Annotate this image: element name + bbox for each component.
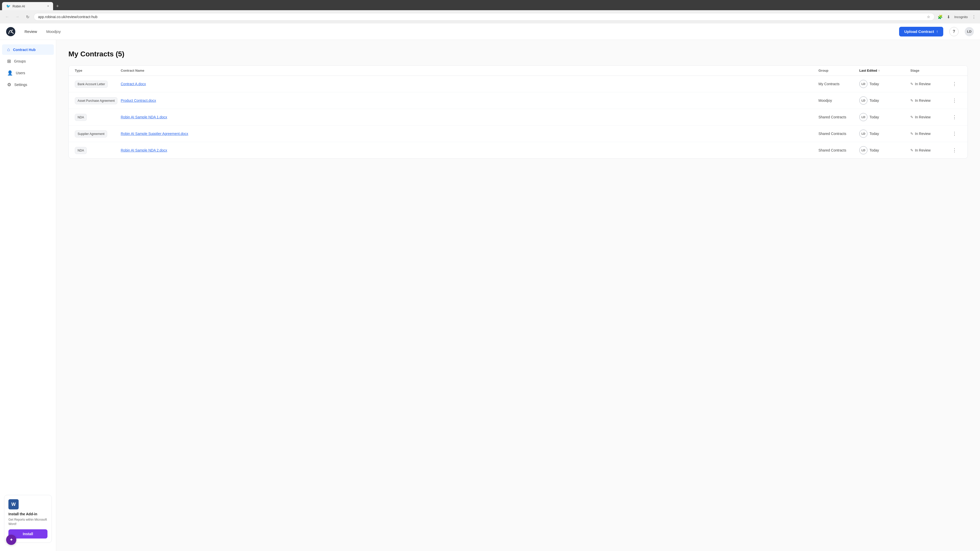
new-tab-button[interactable]: + bbox=[54, 2, 61, 10]
group-cell: Shared Contracts bbox=[818, 115, 859, 119]
upload-contract-button[interactable]: Upload Contract ↑ bbox=[899, 27, 943, 37]
last-edited-text: Today bbox=[870, 82, 879, 86]
svg-point-1 bbox=[12, 30, 13, 30]
forward-button[interactable]: → bbox=[13, 13, 21, 21]
svg-point-0 bbox=[6, 27, 15, 36]
address-bar[interactable]: app.robinai.co.uk/review/contract-hub ☆ bbox=[34, 13, 935, 21]
last-edited-text: Today bbox=[870, 148, 879, 152]
user-avatar: LD bbox=[859, 113, 867, 121]
contract-name-cell: Robin AI Sample NDA 1.docx bbox=[121, 115, 818, 119]
type-badge: Asset Purchase Agreement bbox=[75, 97, 118, 104]
upload-icon: ↑ bbox=[936, 29, 938, 34]
edit-icon: ✎ bbox=[910, 148, 913, 152]
column-last-edited[interactable]: Last Edited ↑ bbox=[859, 68, 910, 73]
table-row: NDA Robin AI Sample NDA 2.docx Shared Co… bbox=[68, 142, 967, 159]
grid-icon: ⊞ bbox=[7, 59, 11, 64]
user-icon: 👤 bbox=[7, 70, 13, 76]
sidebar-item-settings[interactable]: ⚙ Settings bbox=[2, 79, 54, 90]
table-row: NDA Robin AI Sample NDA 1.docx Shared Co… bbox=[68, 109, 967, 125]
sidebar-item-contract-hub[interactable]: ⌂ Contract Hub bbox=[2, 44, 54, 55]
active-tab[interactable]: 🐦 Robin AI × bbox=[2, 2, 53, 10]
browser-actions: 🧩 ⬇ Incognito ⋮ bbox=[937, 14, 977, 21]
actions-cell: ⋮ bbox=[951, 146, 961, 154]
type-cell: NDA bbox=[75, 115, 121, 120]
workspace-name: Moodjoy bbox=[46, 29, 61, 34]
edit-icon: ✎ bbox=[910, 115, 913, 119]
actions-cell: ⋮ bbox=[951, 80, 961, 88]
table-row: Asset Purchase Agreement Product Contrac… bbox=[68, 92, 967, 109]
tab-close-button[interactable]: × bbox=[47, 4, 49, 8]
group-name: Shared Contracts bbox=[818, 132, 846, 136]
help-button[interactable]: ? bbox=[950, 27, 959, 36]
more-actions-button[interactable]: ⋮ bbox=[951, 130, 958, 138]
type-badge: Bank Account Letter bbox=[75, 81, 108, 88]
contract-link[interactable]: Contract A.docx bbox=[121, 82, 146, 86]
star-icon[interactable]: ☆ bbox=[927, 15, 930, 19]
more-actions-button[interactable]: ⋮ bbox=[951, 113, 958, 121]
stage-cell: ✎ In Review bbox=[910, 115, 951, 119]
group-cell: Moodjoy bbox=[818, 98, 859, 103]
contract-link[interactable]: Robin AI Sample Supplier Agreement.docx bbox=[121, 132, 188, 136]
page-title: My Contracts (5) bbox=[68, 50, 968, 58]
user-avatar: LD bbox=[859, 97, 867, 105]
edit-icon: ✎ bbox=[910, 132, 913, 136]
sidebar-item-groups[interactable]: ⊞ Groups bbox=[2, 56, 54, 67]
sidebar: ⌂ Contract Hub ⊞ Groups 👤 Users ⚙ Settin… bbox=[0, 40, 56, 551]
edit-icon: ✎ bbox=[910, 82, 913, 86]
contract-link[interactable]: Product Contract.docx bbox=[121, 98, 156, 103]
sidebar-item-settings-label: Settings bbox=[14, 83, 27, 87]
more-actions-button[interactable]: ⋮ bbox=[951, 146, 958, 154]
user-avatar: LD bbox=[859, 130, 867, 138]
type-cell: NDA bbox=[75, 148, 121, 153]
settings-icon: ⚙ bbox=[7, 82, 11, 87]
column-contract-name: Contract Name bbox=[121, 68, 818, 73]
browser-tabs: 🐦 Robin AI × + bbox=[0, 0, 980, 10]
refresh-button[interactable]: ↻ bbox=[24, 13, 32, 21]
main-layout: ⌂ Contract Hub ⊞ Groups 👤 Users ⚙ Settin… bbox=[0, 40, 980, 551]
column-group: Group bbox=[818, 68, 859, 73]
type-cell: Supplier Agreement bbox=[75, 131, 121, 136]
content-area: My Contracts (5) Type Contract Name Grou… bbox=[56, 40, 980, 551]
more-options-icon[interactable]: ⋮ bbox=[971, 14, 977, 21]
address-text: app.robinai.co.uk/review/contract-hub bbox=[38, 15, 925, 19]
actions-cell: ⋮ bbox=[951, 113, 961, 121]
edit-icon: ✎ bbox=[910, 98, 913, 103]
sidebar-item-users[interactable]: 👤 Users bbox=[2, 68, 54, 78]
group-name: Shared Contracts bbox=[818, 115, 846, 119]
stage-cell: ✎ In Review bbox=[910, 82, 951, 86]
sort-icon: ↑ bbox=[878, 69, 880, 73]
more-actions-button[interactable]: ⋮ bbox=[951, 97, 958, 104]
home-icon: ⌂ bbox=[7, 47, 10, 52]
review-nav-button[interactable]: Review bbox=[21, 28, 40, 35]
tab-icon: 🐦 bbox=[6, 4, 11, 8]
contract-name-cell: Contract A.docx bbox=[121, 82, 818, 86]
addon-description: Get Reports within Microsoft Word! bbox=[8, 518, 48, 526]
more-actions-button[interactable]: ⋮ bbox=[951, 80, 958, 88]
group-name: Moodjoy bbox=[818, 98, 832, 103]
last-edited-cell: LD Today bbox=[859, 80, 910, 88]
last-edited-text: Today bbox=[870, 98, 879, 103]
browser-nav: ← → ↻ app.robinai.co.uk/review/contract-… bbox=[0, 10, 980, 24]
last-edited-text: Today bbox=[870, 115, 879, 119]
sidebar-item-groups-label: Groups bbox=[14, 59, 26, 63]
stage-label: In Review bbox=[915, 115, 931, 119]
contract-name-cell: Robin AI Sample NDA 2.docx bbox=[121, 148, 818, 152]
back-button[interactable]: ← bbox=[3, 13, 11, 21]
stage-label: In Review bbox=[915, 148, 931, 152]
type-badge: Supplier Agreement bbox=[75, 130, 107, 138]
addon-title: Install the Add-in bbox=[8, 512, 48, 516]
contract-name-cell: Robin AI Sample Supplier Agreement.docx bbox=[121, 131, 818, 136]
sidebar-item-users-label: Users bbox=[16, 71, 25, 75]
sidebar-item-contract-hub-label: Contract Hub bbox=[13, 48, 36, 52]
app-logo bbox=[6, 27, 15, 36]
extensions-icon[interactable]: 🧩 bbox=[937, 14, 944, 21]
contract-link[interactable]: Robin AI Sample NDA 1.docx bbox=[121, 115, 167, 119]
table-header: Type Contract Name Group Last Edited ↑ S… bbox=[68, 65, 967, 76]
last-edited-cell: LD Today bbox=[859, 113, 910, 121]
floating-action-button[interactable]: ✦ bbox=[6, 535, 16, 545]
contract-link[interactable]: Robin AI Sample NDA 2.docx bbox=[121, 148, 167, 152]
group-cell: Shared Contracts bbox=[818, 131, 859, 136]
table-row: Bank Account Letter Contract A.docx My C… bbox=[68, 76, 967, 92]
user-avatar-button[interactable]: LD bbox=[965, 27, 974, 36]
download-icon[interactable]: ⬇ bbox=[946, 14, 951, 21]
